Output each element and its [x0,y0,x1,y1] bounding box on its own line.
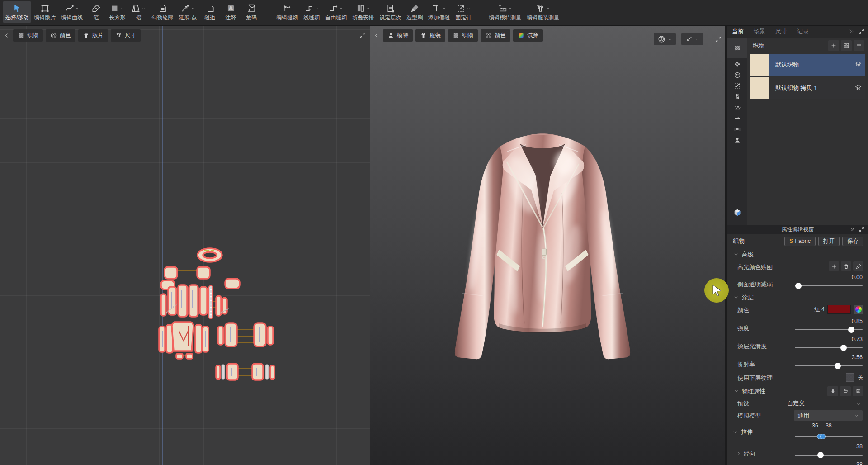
tool-pleat[interactable]: 褶 [128,1,149,23]
tool-edit-sewing[interactable]: 编辑缝纫 [274,1,301,23]
tool-cursor[interactable]: 选择/移动 [3,1,31,23]
section-header-高级[interactable]: 高级 [733,248,863,261]
slider-track[interactable] [795,329,863,330]
tool-line-sewing[interactable]: 线缝纫 [301,1,322,23]
tool-model-measure[interactable]: 编辑模特测量 [486,1,524,23]
tool-dropdown-caret[interactable] [546,4,550,12]
section-header-物理属性[interactable]: 物理属性 [733,385,863,397]
strip-pin-icon[interactable] [727,81,747,91]
tool-garment-measure[interactable]: 编辑服装测量 [524,1,562,23]
layers-icon[interactable] [855,84,862,93]
prop-expand-icon[interactable] [859,227,864,232]
slider-handle[interactable] [817,452,824,458]
tool-dropdown-caret[interactable] [467,4,471,12]
tool-dropdown-caret[interactable] [75,4,79,12]
garment-3d-viewport[interactable]: 模特服装织物颜色试穿 [370,26,725,465]
tool-dropdown-caret[interactable] [442,4,446,12]
select-dropdown-icon[interactable] [856,400,861,408]
prop-collapse-icon[interactable] [849,227,855,232]
tool-pin[interactable]: 固定针 [453,1,474,23]
tool-annotation[interactable]: A注释 [220,1,241,23]
edit-button[interactable] [853,261,863,271]
tool-seam-allowance[interactable]: 缝边 [199,1,220,23]
tool-edit-pattern[interactable]: 编辑版片 [31,1,58,23]
tool-dropdown-caret[interactable] [142,4,146,12]
simulate-button[interactable] [654,33,676,45]
garment-render[interactable] [434,119,651,372]
slider-track[interactable] [795,347,863,348]
tool-set-layer[interactable]: 设定层次 [377,1,404,23]
strip-cube-3d-icon[interactable] [727,208,747,218]
garment-collapse-icon[interactable] [373,33,379,38]
strip-trim-icon[interactable] [727,59,747,69]
pattern-tab-garment[interactable]: 版片 [78,29,108,42]
garment-tab-fabric[interactable]: 织物 [448,29,478,42]
add-button[interactable] [828,40,839,51]
collapse-panel-icon[interactable] [848,28,854,34]
tool-grading[interactable]: 放码 [241,1,262,23]
browser-tab-场景[interactable]: 场景 [754,28,765,36]
select-mode-dropdown-caret[interactable] [695,35,699,43]
select-mode-button[interactable] [681,33,703,45]
tool-add-basting[interactable]: 添加假缝 [425,1,453,23]
color-swatch[interactable] [827,305,851,314]
section-header-拉伸[interactable]: 拉伸 [733,428,753,436]
fabric-item[interactable]: 默认织物 拷贝 1 [750,77,865,99]
tool-dropdown-caret[interactable] [366,4,370,12]
thumbnail-view-button[interactable] [841,40,852,51]
slider-track[interactable] [795,285,863,286]
section-header-涂层[interactable]: 涂层 [733,291,863,304]
viewport-expand-icon[interactable] [715,36,722,43]
slider-handle[interactable] [835,363,841,369]
tool-dropdown-caret[interactable] [315,4,319,12]
tool-dropdown-caret[interactable] [120,4,124,12]
strip-binding-icon[interactable] [727,124,747,134]
slider-handle[interactable] [795,283,802,289]
fabric-library-button[interactable]: SFabric [784,237,816,246]
fabric-item[interactable]: 默认织物 [750,54,865,76]
select-dropdown[interactable]: 通用 [794,410,863,421]
garment-tab-color[interactable]: 颜色 [481,29,510,42]
tool-dropdown-caret[interactable] [191,4,195,12]
garment-tab-garment[interactable]: 服装 [415,29,445,42]
strip-stitch-icon[interactable] [727,114,747,123]
pattern-pieces[interactable] [154,245,280,390]
strip-zipper-icon[interactable] [727,92,747,102]
sub-expand-icon[interactable] [736,449,741,457]
slider-track[interactable] [795,365,863,366]
garment-tab-fit[interactable]: 试穿 [513,29,543,42]
range-handle[interactable] [820,434,826,439]
pattern-2d-viewport[interactable]: 织物颜色版片尺寸 [0,26,370,465]
strip-tab-fabric[interactable] [727,38,747,58]
slider-handle[interactable] [840,345,847,351]
pattern-tab-color[interactable]: 颜色 [46,29,75,42]
strip-topstitch-icon[interactable] [727,103,747,113]
expand-panel-icon[interactable] [859,28,864,34]
pattern-expand-icon[interactable] [359,32,366,38]
browser-tab-当前[interactable]: 当前 [732,28,744,36]
pattern-tab-size[interactable]: 尺寸 [111,29,141,42]
color-picker-button[interactable] [854,305,863,314]
tool-pen[interactable]: 笔 [85,1,106,23]
tool-fold-arrange[interactable]: 折叠安排 [349,1,377,23]
tool-rectangle[interactable]: 长方形 [106,1,128,23]
browser-tab-记录[interactable]: 记录 [797,28,809,36]
save-button[interactable]: 保存 [842,237,863,246]
tool-styling-brush[interactable]: 造型刷 [404,1,425,23]
simulate-dropdown-caret[interactable] [668,35,672,43]
folder-open-button[interactable] [840,386,851,396]
strip-avatar-icon[interactable] [727,135,747,145]
tool-trace-outline[interactable]: 勾勒轮廓 [149,1,176,23]
tool-free-sewing[interactable]: 自由缝纫 [322,1,349,23]
slider-handle[interactable] [848,327,854,333]
save-disk-button[interactable] [853,386,863,396]
slider-track[interactable] [795,455,863,456]
tool-dropdown-caret[interactable] [508,4,512,12]
tool-edit-curve[interactable]: 编辑曲线 [58,1,85,23]
add-button[interactable] [829,261,839,271]
list-view-button[interactable] [854,40,864,51]
strip-button-icon[interactable] [727,70,747,80]
garment-tab-avatar[interactable]: 模特 [383,29,413,42]
range-slider-track[interactable] [795,436,863,437]
browser-tab-尺寸[interactable]: 尺寸 [775,28,787,36]
